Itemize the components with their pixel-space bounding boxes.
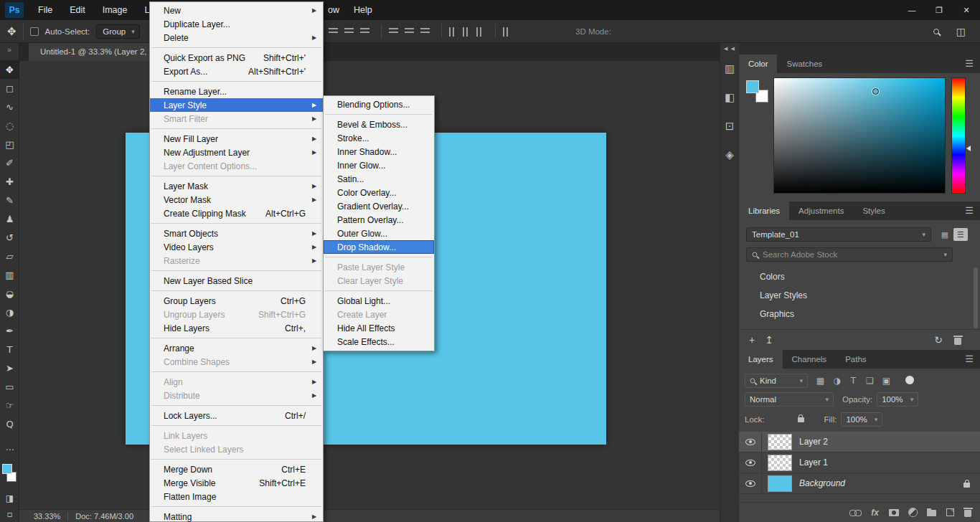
rectangular-marquee-tool[interactable]: ◻	[0, 79, 19, 98]
menu-item[interactable]: Duplicate Layer... ▶	[150, 17, 323, 31]
visibility-toggle[interactable]	[739, 452, 762, 473]
delete-icon[interactable]	[954, 338, 961, 345]
menu-item[interactable]: Stroke... ▶	[324, 131, 434, 145]
menu-help[interactable]: Help	[347, 0, 380, 20]
dodge-tool[interactable]: ◑	[0, 303, 19, 321]
search-icon[interactable]	[933, 29, 939, 34]
tab-libraries[interactable]: Libraries	[739, 201, 789, 220]
minimize-button[interactable]: —	[898, 0, 925, 20]
align-left-icon[interactable]	[329, 28, 338, 35]
tab-adjustments[interactable]: Adjustments	[789, 201, 853, 220]
visibility-toggle[interactable]	[739, 432, 762, 452]
visibility-toggle[interactable]	[739, 473, 762, 494]
filter-pixel-layers-icon[interactable]: ▦	[812, 376, 829, 386]
scrollbar[interactable]	[973, 267, 979, 350]
menu-item[interactable]: Inner Shadow... ▶	[324, 145, 434, 158]
zoom-tool[interactable]: Q	[0, 414, 19, 433]
auto-select-target-dropdown[interactable]: Group ▾	[96, 24, 140, 39]
menu-item[interactable]: Hide All Effects ▶	[324, 321, 434, 335]
menu-item[interactable]: Paste Layer Style ▶	[324, 260, 434, 274]
align-bottom-icon[interactable]	[420, 28, 430, 35]
menu-item[interactable]: Satin... ▶	[324, 172, 434, 186]
menu-item[interactable]: Global Light... ▶	[324, 294, 434, 308]
library-select-dropdown[interactable]: Template_01 ▾	[746, 227, 931, 242]
align-vertical-center-icon[interactable]	[405, 28, 414, 35]
panel-menu-icon[interactable]: ☰	[965, 201, 980, 220]
section-colors[interactable]: Colors	[739, 267, 969, 286]
menu-item[interactable]: Lock Layers... Ctrl+/ ▶	[150, 409, 323, 422]
menu-item[interactable]: Layer Content Options... ▶	[150, 159, 323, 173]
filter-kind-dropdown[interactable]: Kind ▾	[745, 374, 808, 388]
layer-thumbnail[interactable]	[768, 455, 792, 471]
menu-image[interactable]: Image	[94, 0, 136, 20]
screen-mode-icon[interactable]: ▫	[0, 509, 19, 519]
menu-item[interactable]: Clear Layer Style ▶	[324, 274, 434, 288]
tab-layers[interactable]: Layers	[739, 350, 783, 369]
crop-tool[interactable]: ◰	[0, 135, 19, 153]
document-tab[interactable]: Untitled-1 @ 33.3% (Layer 2, R	[29, 43, 166, 61]
zoom-level[interactable]: 33.33%	[34, 512, 60, 521]
layer-thumbnail[interactable]	[768, 475, 792, 492]
menu-item[interactable]: Gradient Overlay... ▶	[324, 199, 434, 213]
menu-item[interactable]: Create Clipping Mask Alt+Ctrl+G ▶	[150, 207, 323, 220]
tab-color[interactable]: Color	[739, 54, 777, 73]
clone-stamp-tool[interactable]: ♟	[0, 209, 19, 228]
menu-item[interactable]: Scale Effects... ▶	[324, 335, 434, 348]
menu-item[interactable]: Quick Export as PNG Shift+Ctrl+' ▶	[150, 51, 323, 65]
filter-type-layers-icon[interactable]: T	[845, 376, 862, 386]
healing-brush-tool[interactable]: ✚	[0, 172, 19, 191]
menu-item[interactable]: Drop Shadow... ▶	[324, 240, 434, 254]
fill-field[interactable]: 100% ▾	[841, 412, 882, 427]
adobe-stock-search[interactable]: ▾	[746, 247, 953, 262]
history-brush-tool[interactable]: ↺	[0, 228, 19, 247]
toolbar-collapse-icon[interactable]: »	[0, 43, 19, 56]
grid-view-button[interactable]: ▦	[938, 228, 952, 241]
add-item-icon[interactable]: +	[749, 334, 755, 346]
upload-icon[interactable]: ↥	[765, 334, 773, 346]
panel-menu-icon[interactable]: ☰	[965, 54, 980, 73]
menu-item[interactable]: Merge Down Ctrl+E ▶	[150, 462, 323, 476]
lock-all-icon[interactable]	[798, 417, 804, 422]
lasso-tool[interactable]: ∿	[0, 98, 19, 116]
distribute-bottom-icon[interactable]	[476, 27, 484, 37]
Background[interactable]: Background	[739, 473, 980, 494]
menu-item[interactable]: Outer Glow... ▶	[324, 227, 434, 240]
menu-edit[interactable]: Edit	[61, 0, 94, 20]
type-tool[interactable]: T	[0, 340, 19, 359]
menu-item[interactable]: Link Layers ▶	[150, 429, 323, 442]
distribute-gaps-icon[interactable]	[503, 27, 510, 37]
section-layer-styles[interactable]: Layer Styles	[739, 286, 969, 305]
filtering-toggle[interactable]	[905, 376, 914, 384]
filter-adjustment-layers-icon[interactable]: ◑	[829, 376, 845, 386]
clone-source-panel-icon[interactable]: ⊡	[720, 112, 739, 141]
menu-item[interactable]: Ungroup Layers Shift+Ctrl+G ▶	[150, 308, 323, 321]
menu-item[interactable]: Arrange ▶	[150, 341, 323, 355]
new-group-icon[interactable]	[927, 510, 936, 516]
align-top-icon[interactable]	[389, 28, 398, 35]
color-picker-marker[interactable]	[872, 88, 879, 95]
distribute-top-icon[interactable]	[449, 27, 456, 37]
menu-item[interactable]: Video Layers ▶	[150, 240, 323, 254]
navigator-panel-icon[interactable]: ◧	[720, 83, 739, 112]
menu-item[interactable]: Delete ▶	[150, 31, 323, 44]
menu-item[interactable]: Matting ▶	[150, 510, 323, 522]
new-layer-icon[interactable]	[946, 508, 954, 516]
link-layers-icon[interactable]	[849, 510, 861, 516]
workspace-switcher-icon[interactable]: ◫	[956, 26, 966, 37]
distribute-vertical-center-icon[interactable]	[463, 27, 470, 37]
path-selection-tool[interactable]: ➤	[0, 359, 19, 377]
menu-item[interactable]: Layer Mask ▶	[150, 179, 323, 193]
color-picker-field[interactable]	[773, 77, 946, 194]
hue-slider[interactable]	[951, 77, 966, 194]
menu-window-label-partial[interactable]: ow	[321, 0, 347, 20]
menu-item[interactable]: Hide Layers Ctrl+, ▶	[150, 321, 323, 335]
menu-item[interactable]: New Adjustment Layer ▶	[150, 146, 323, 159]
add-layer-mask-icon[interactable]	[889, 509, 899, 516]
tab-styles[interactable]: Styles	[853, 201, 894, 220]
menu-item[interactable]: New ▶	[150, 4, 323, 17]
menu-item[interactable]: Combine Shapes ▶	[150, 355, 323, 369]
menu-item[interactable]: Pattern Overlay... ▶	[324, 213, 434, 227]
menu-item[interactable]: New Layer Based Slice ▶	[150, 274, 323, 288]
adjustment-layer-icon[interactable]	[909, 508, 917, 516]
menu-item[interactable]: Smart Objects ▶	[150, 227, 323, 240]
